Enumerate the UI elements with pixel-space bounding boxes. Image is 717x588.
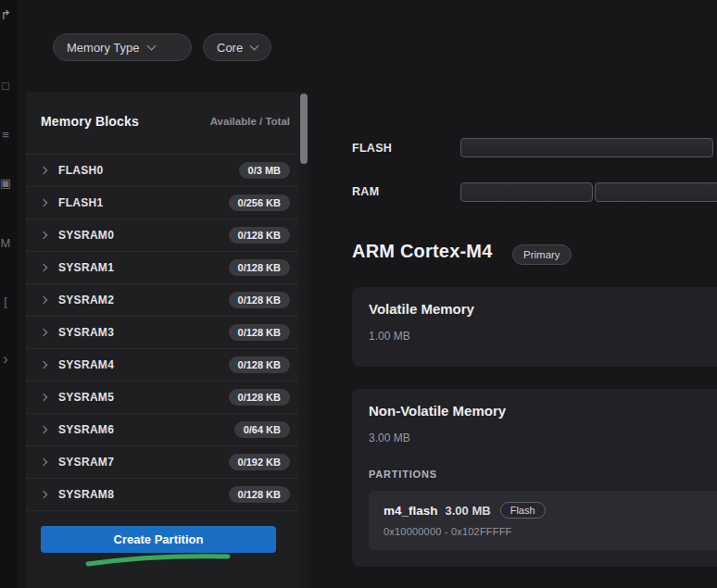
memory-block-row-sysram0[interactable]: SYSRAM0 0/128 KB: [26, 219, 301, 252]
partition-size: 3.00 MB: [446, 504, 491, 518]
memory-block-row-sysram6[interactable]: SYSRAM6 0/64 KB: [26, 414, 301, 446]
memory-block-row-sysram5[interactable]: SYSRAM5 0/128 KB: [26, 382, 301, 414]
chevron-right-icon[interactable]: [40, 426, 47, 433]
memory-block-name: SYSRAM4: [58, 358, 114, 371]
scrollbar-thumb[interactable]: [300, 94, 308, 164]
memory-block-availability-badge: 0/128 KB: [229, 486, 290, 503]
memory-type-filter-label: Memory Type: [67, 41, 140, 55]
volatile-memory-size: 1.00 MB: [369, 330, 410, 343]
ram-usage-bar-segment-2: [595, 182, 717, 202]
memory-block-availability-badge: 0/3 MB: [239, 162, 290, 179]
flash-usage-bar: [460, 138, 713, 157]
primary-badge: Primary: [512, 244, 572, 265]
ram-usage-bar-segment-1: [460, 182, 593, 202]
memory-block-availability-badge: 0/64 KB: [234, 421, 290, 438]
memory-block-row-flash1[interactable]: FLASH1 0/256 KB: [26, 187, 301, 219]
memory-block-row-sysram2[interactable]: SYSRAM2 0/128 KB: [26, 284, 301, 317]
memory-block-row-sysram4[interactable]: SYSRAM4 0/128 KB: [26, 349, 301, 382]
memory-block-availability-badge: 0/128 KB: [229, 324, 290, 341]
chevron-right-icon[interactable]: [40, 458, 47, 466]
memory-block-name: SYSRAM0: [58, 229, 114, 242]
chevron-down-icon: [250, 41, 259, 50]
memory-blocks-title: Memory Blocks: [41, 114, 139, 129]
partition-address-range: 0x10000000 - 0x102FFFFF: [384, 526, 512, 537]
nonvolatile-memory-title: Non-Volatile Memory: [369, 403, 506, 419]
memory-blocks-panel: Memory Blocks Available / Total FLASH0 0…: [26, 93, 301, 588]
memory-block-name: SYSRAM8: [58, 488, 114, 501]
create-partition-button[interactable]: Create Partition: [41, 526, 276, 553]
memory-block-row-sysram8[interactable]: SYSRAM8 0/128 KB: [26, 479, 301, 511]
chevron-right-icon[interactable]: ›: [0, 352, 15, 367]
nonvolatile-memory-card: Non-Volatile Memory 3.00 MB PARTITIONS m…: [352, 389, 717, 567]
memory-block-name: SYSRAM1: [58, 261, 114, 274]
memory-block-name: SYSRAM6: [58, 423, 114, 436]
memory-block-availability-badge: 0/128 KB: [229, 227, 290, 244]
chevron-right-icon[interactable]: [40, 361, 47, 369]
memory-configuration-screen: { "topbar": { "filters": [ { "label": "M…: [0, 0, 717, 588]
partition-item-m4-flash[interactable]: m4_flash 3.00 MB Flash 0x10000000 - 0x10…: [369, 491, 717, 550]
memory-block-name: FLASH1: [58, 196, 103, 209]
vertical-scrollbar: [299, 93, 308, 588]
memory-block-availability-badge: 0/128 KB: [229, 292, 290, 308]
primary-badge-label: Primary: [523, 249, 560, 260]
flash-usage-label: FLASH: [352, 142, 392, 155]
memory-block-row-sysram3[interactable]: SYSRAM3 0/128 KB: [26, 317, 301, 349]
memory-block-row-sysram7[interactable]: SYSRAM7 0/192 KB: [26, 446, 301, 479]
memory-block-availability-badge: 0/192 KB: [229, 454, 290, 470]
ram-usage-label: RAM: [352, 185, 379, 198]
memory-block-name: FLASH0: [58, 164, 103, 177]
core-title: ARM Cortex-M4: [352, 241, 493, 262]
chevron-right-icon[interactable]: [40, 491, 47, 498]
memory-block-availability-badge: 0/256 KB: [229, 194, 290, 211]
memory-block-availability-badge: 0/128 KB: [229, 357, 290, 373]
partition-name: m4_flash: [384, 504, 438, 518]
chevron-right-icon[interactable]: [40, 296, 47, 304]
grid-icon[interactable]: ▣: [0, 176, 15, 191]
memory-block-name: SYSRAM5: [58, 391, 114, 404]
chevron-right-icon[interactable]: [40, 167, 47, 174]
partition-type-badge: Flash: [500, 502, 546, 519]
chevron-down-icon: [146, 41, 156, 50]
bracket-icon[interactable]: [: [0, 294, 15, 309]
nonvolatile-memory-size: 3.00 MB: [369, 432, 410, 444]
memory-block-row-flash0[interactable]: FLASH0 0/3 MB: [26, 155, 301, 187]
menu-icon[interactable]: ≡: [0, 128, 15, 143]
memory-block-list: FLASH0 0/3 MB FLASH1 0/256 KB SYSRAM0 0/…: [26, 154, 301, 511]
arrow-branch-icon[interactable]: ↱: [0, 7, 15, 22]
chevron-right-icon[interactable]: [40, 394, 47, 401]
chevron-right-icon[interactable]: [40, 231, 47, 239]
chevron-right-icon[interactable]: [40, 329, 47, 336]
chevron-right-icon[interactable]: [40, 264, 47, 271]
core-filter-dropdown[interactable]: Core: [203, 33, 271, 61]
left-icon-rail: ↱ □ ≡ ▣ M [ ›: [0, 0, 17, 588]
available-total-label: Available / Total: [210, 116, 290, 127]
memory-block-name: SYSRAM3: [58, 326, 114, 339]
memory-block-name: SYSRAM7: [58, 456, 114, 469]
memory-block-availability-badge: 0/128 KB: [229, 389, 290, 406]
memory-type-filter-dropdown[interactable]: Memory Type: [53, 33, 192, 61]
core-filter-label: Core: [217, 41, 243, 55]
chevron-right-icon[interactable]: [40, 199, 47, 206]
memory-block-row-sysram1[interactable]: SYSRAM1 0/128 KB: [26, 252, 301, 284]
volatile-memory-card: Volatile Memory 1.00 MB: [352, 287, 717, 367]
volatile-memory-title: Volatile Memory: [369, 301, 474, 317]
memory-block-name: SYSRAM2: [58, 294, 114, 307]
square-icon[interactable]: □: [0, 79, 15, 94]
memory-block-availability-badge: 0/128 KB: [229, 259, 290, 276]
letter-m-icon[interactable]: M: [0, 236, 15, 251]
partitions-section-label: PARTITIONS: [369, 469, 437, 480]
